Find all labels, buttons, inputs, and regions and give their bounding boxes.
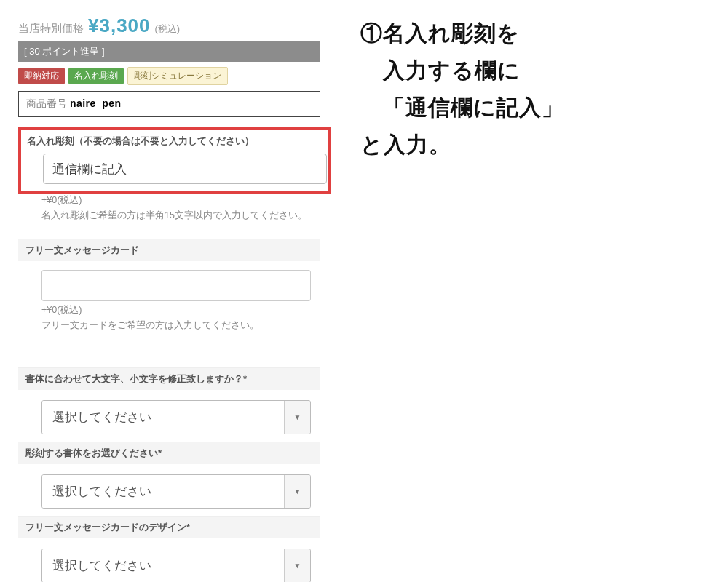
message-card-help: フリー文カードをご希望の方は入力してください。 [41,318,318,332]
caret-down-icon: ▼ [284,549,310,582]
engraving-label: 名入れ彫刻（不要の場合は不要と入力してください） [27,135,323,148]
case-option-select[interactable]: 選択してください ▼ [41,400,311,434]
tag-row: 即納対応 名入れ彫刻 彫刻シミュレーション [18,67,328,85]
font-option-select[interactable]: 選択してください ▼ [41,474,311,509]
product-number-value: naire_pen [70,97,122,109]
product-number-label: 商品番号 [26,97,70,109]
font-option-label: 彫刻する書体をお選びください* [18,442,320,464]
instruction-text: ①名入れ彫刻を 入力する欄に 「通信欄に記入」 と入力。 [360,15,713,163]
engraving-highlight: 名入れ彫刻（不要の場合は不要と入力してください） [18,127,331,194]
price-tax: (税込) [155,23,181,36]
message-card-label: フリー文メッセージカード [18,239,320,261]
tag-simulation[interactable]: 彫刻シミュレーション [127,67,228,85]
price-label: 当店特別価格 [18,22,84,36]
engraving-price-add: +¥0(税込) [41,194,328,207]
instruction-line-4: と入力。 [360,132,451,156]
case-option-value: 選択してください [42,401,284,434]
caret-down-icon: ▼ [284,475,310,508]
product-number-box: 商品番号 naire_pen [18,91,320,117]
instruction-line-1: ①名入れ彫刻を [360,21,520,45]
case-option-label: 書体に合わせて大文字、小文字を修正致しますか？* [18,367,320,390]
card-design-value: 選択してください [42,549,284,582]
points-bar: [ 30 ポイント進呈 ] [18,41,320,62]
engraving-help: 名入れ彫刻ご希望の方は半角15文字以内で入力してください。 [41,208,318,223]
font-option-value: 選択してください [42,475,284,508]
instruction-line-2: 入力する欄に [360,58,521,82]
card-design-select[interactable]: 選択してください ▼ [41,549,311,582]
tag-quick-delivery[interactable]: 即納対応 [18,68,65,84]
message-card-input[interactable] [41,270,311,301]
card-design-label: フリー文メッセージカードのデザイン* [18,516,320,538]
price-row: 当店特別価格 ¥3,300 (税込) [18,15,328,37]
caret-down-icon: ▼ [284,401,310,434]
tag-engraving[interactable]: 名入れ彫刻 [68,68,124,84]
engraving-input[interactable] [43,154,327,184]
price-value: ¥3,300 [88,15,151,37]
message-card-price-add: +¥0(税込) [41,304,320,316]
instruction-line-3: 「通信欄に記入」 [360,95,564,119]
